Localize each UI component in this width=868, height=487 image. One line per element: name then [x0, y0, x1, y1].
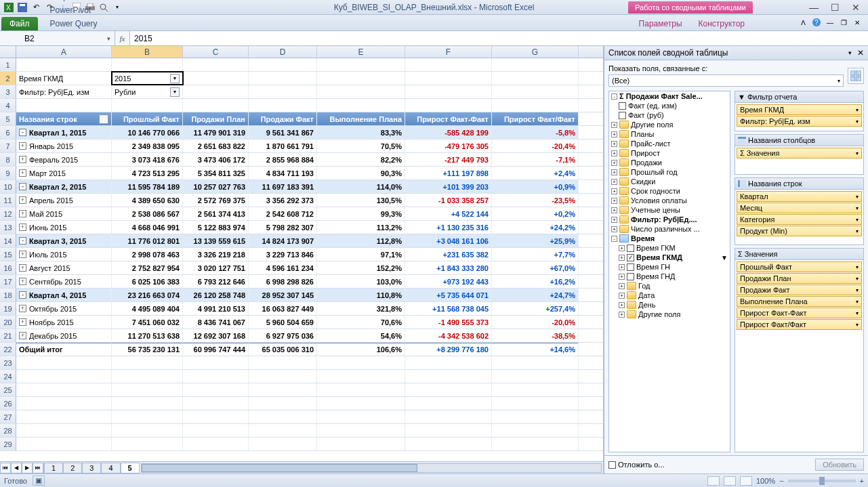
row-labels-dropdown-icon[interactable]: ▾	[99, 114, 108, 124]
cell[interactable]: 4 723 513 295	[112, 167, 183, 179]
cell[interactable]	[183, 85, 249, 98]
mdi-close-icon[interactable]: ✕	[852, 17, 863, 28]
cell[interactable]	[249, 383, 317, 396]
cell[interactable]: 14 824 173 907	[249, 234, 317, 247]
cell[interactable]: +11 568 738 045	[405, 302, 492, 315]
row-header[interactable]: 7	[0, 140, 16, 152]
cell[interactable]: 10 257 027 763	[183, 180, 249, 193]
cell[interactable]	[405, 72, 492, 85]
cell[interactable]: 3 473 406 172	[183, 153, 249, 166]
cell[interactable]: -Квартал 4, 2015	[16, 289, 112, 301]
checkbox-icon[interactable]: ✓	[627, 254, 634, 261]
row-header[interactable]: 12	[0, 207, 16, 220]
field-tree-item[interactable]: +Другие поля	[609, 120, 730, 129]
cell[interactable]	[317, 424, 405, 437]
row-header[interactable]: 26	[0, 397, 16, 410]
tree-expand-icon[interactable]: +	[619, 312, 625, 318]
tree-expand-icon[interactable]: +	[611, 141, 617, 147]
mdi-restore-icon[interactable]: ❐	[838, 17, 849, 28]
cell[interactable]: 4 991 210 513	[183, 302, 249, 315]
col-header-A[interactable]: A	[16, 46, 112, 58]
cell[interactable]: 26 120 258 748	[183, 289, 249, 301]
cell[interactable]: +25,9%	[492, 234, 579, 247]
cell[interactable]	[16, 58, 112, 71]
normal-view-button[interactable]	[707, 476, 720, 486]
row-header[interactable]: 10	[0, 180, 16, 193]
ribbon-tab[interactable]: Power Query	[42, 17, 132, 30]
cell[interactable]: 3 229 713 846	[249, 248, 317, 261]
cell[interactable]: 3 020 127 751	[183, 261, 249, 274]
tree-expand-icon[interactable]: +	[619, 293, 625, 299]
cell[interactable]: -7,1%	[492, 153, 579, 166]
cell[interactable]	[16, 397, 112, 410]
expand-collapse-icon[interactable]: +	[19, 224, 26, 231]
area-field-item[interactable]: Время ГКМД▾	[737, 104, 862, 115]
cell[interactable]	[249, 85, 317, 98]
cell[interactable]: 70,5%	[317, 140, 405, 152]
checkbox-icon[interactable]	[627, 245, 634, 252]
tree-expand-icon[interactable]: +	[611, 188, 617, 194]
report-filter-area[interactable]: ▼Фильтр отчета Время ГКМД▾Фильтр: Руб|Ед…	[735, 91, 864, 131]
cell[interactable]: 82,2%	[317, 153, 405, 166]
cell[interactable]: 9 561 341 867	[249, 126, 317, 139]
area-field-item[interactable]: Прирост Факт-Факт▾	[737, 308, 862, 318]
tree-expand-icon[interactable]: +	[611, 207, 617, 213]
cell[interactable]: Фильтр: Руб|Ед. изм	[16, 85, 112, 98]
cell[interactable]	[492, 356, 579, 369]
cell[interactable]: 113,2%	[317, 221, 405, 234]
row-header[interactable]: 19	[0, 302, 16, 315]
cell[interactable]	[112, 99, 183, 112]
cell[interactable]	[249, 397, 317, 410]
expand-collapse-icon[interactable]: +	[19, 305, 26, 312]
sheet-tab[interactable]: 2	[63, 463, 82, 473]
row-header[interactable]: 14	[0, 234, 16, 247]
cell[interactable]: 4 389 650 630	[112, 194, 183, 207]
cell[interactable]: +3 048 161 106	[405, 234, 492, 247]
cell[interactable]: +Январь 2015	[16, 140, 112, 152]
cell[interactable]	[249, 410, 317, 423]
cell[interactable]	[492, 397, 579, 410]
sheet-nav-first[interactable]: ⏮	[0, 463, 11, 473]
cell[interactable]: 11 697 183 391	[249, 180, 317, 193]
area-field-item[interactable]: Продукт (Min)▾	[737, 226, 862, 236]
cell[interactable]: +1 843 333 280	[405, 261, 492, 274]
cell[interactable]	[249, 99, 317, 112]
checkbox-icon[interactable]	[627, 263, 634, 271]
cell[interactable]	[492, 99, 579, 112]
tree-expand-icon[interactable]: +	[611, 131, 617, 137]
cell[interactable]: Выполнение Плана	[317, 112, 405, 125]
cell[interactable]	[317, 383, 405, 396]
row-header[interactable]: 1	[0, 58, 16, 71]
cell[interactable]	[317, 438, 405, 450]
cell[interactable]: +973 192 443	[405, 275, 492, 288]
field-tree-item[interactable]: +Год	[609, 281, 730, 291]
field-list-layout-button[interactable]	[848, 68, 864, 84]
col-header-D[interactable]: D	[249, 46, 317, 58]
sheet-nav-last[interactable]: ⏭	[33, 463, 43, 473]
cell[interactable]	[492, 58, 579, 71]
cell[interactable]: 23 216 663 074	[112, 289, 183, 301]
cell[interactable]	[405, 58, 492, 71]
cell[interactable]: +7,7%	[492, 248, 579, 261]
ribbon-tab[interactable]: PowerPivot	[42, 3, 132, 17]
cell[interactable]: 4 834 711 193	[249, 167, 317, 179]
cell[interactable]: 83,3%	[317, 126, 405, 139]
cell[interactable]	[317, 356, 405, 369]
cell[interactable]	[492, 370, 579, 383]
cell[interactable]: 11 776 012 801	[112, 234, 183, 247]
cell[interactable]: 4 596 161 234	[249, 261, 317, 274]
cell[interactable]	[405, 424, 492, 437]
tree-expand-icon[interactable]: +	[611, 217, 617, 223]
field-tree-item[interactable]: +Фильтр: Руб|Ед....	[609, 215, 730, 224]
field-tree[interactable]: -Σ Продажи Факт Sale...Факт (ед. изм)Фак…	[608, 91, 730, 452]
cell[interactable]	[317, 58, 405, 71]
cell[interactable]: 130,5%	[317, 194, 405, 207]
cell[interactable]	[249, 356, 317, 369]
cell[interactable]	[249, 370, 317, 383]
save-icon[interactable]	[16, 1, 28, 14]
expand-collapse-icon[interactable]: +	[19, 196, 26, 204]
row-header[interactable]: 28	[0, 424, 16, 437]
cell[interactable]	[405, 410, 492, 423]
cell[interactable]	[405, 356, 492, 369]
expand-collapse-icon[interactable]: +	[19, 264, 26, 272]
